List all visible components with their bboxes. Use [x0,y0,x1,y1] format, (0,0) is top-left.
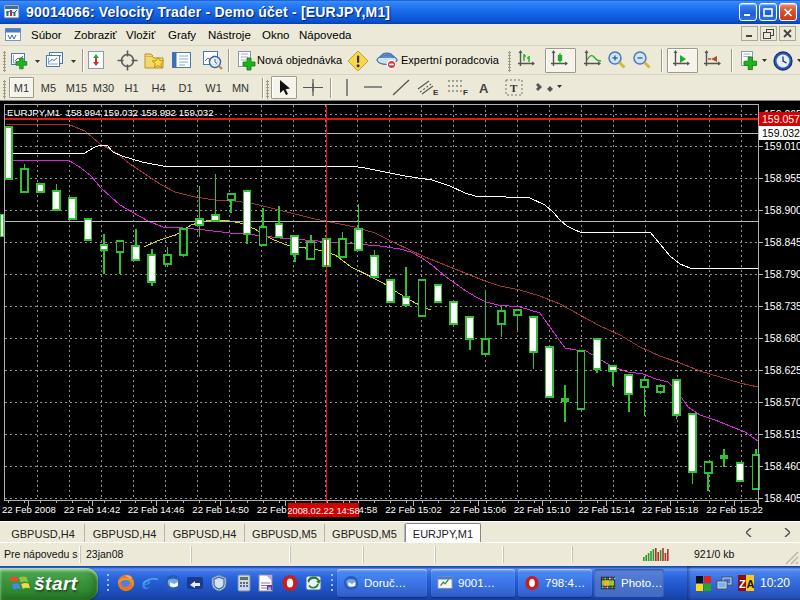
svg-text:159.010: 159.010 [764,140,800,152]
svg-text:158.955: 158.955 [764,172,800,184]
svg-text:22 Feb 14:42: 22 Feb 14:42 [64,504,121,515]
svg-text:22 Feb 14:50: 22 Feb 14:50 [192,504,249,515]
svg-text:22 Feb 2008: 22 Feb 2008 [2,504,56,515]
svg-text:22 Feb 15:06: 22 Feb 15:06 [450,504,507,515]
svg-text:158.570: 158.570 [764,396,800,408]
svg-text:159.032: 159.032 [762,127,800,139]
svg-text:158.735: 158.735 [764,300,800,312]
svg-text:158.845: 158.845 [764,236,800,248]
svg-text:a: a [268,585,271,591]
svg-text:158.900: 158.900 [764,204,800,216]
svg-text:T: T [510,82,518,94]
svg-text:22 Feb 15:10: 22 Feb 15:10 [514,504,571,515]
svg-text:158.460: 158.460 [764,460,800,472]
svg-text:158.405: 158.405 [764,492,800,504]
svg-text:22 Feb 15:14: 22 Feb 15:14 [578,504,635,515]
svg-text:158.625: 158.625 [764,364,800,376]
svg-text:EURJPY,M1 158.994 159.032 158: EURJPY,M1 158.994 159.032 158.992 159.03… [7,107,214,118]
svg-text:158.515: 158.515 [764,428,800,440]
svg-text:22 Feb 15:22: 22 Feb 15:22 [706,504,763,515]
svg-text:158.790: 158.790 [764,268,800,280]
svg-text:2008.02.22 14:58: 2008.02.22 14:58 [287,506,359,516]
svg-text:Z: Z [739,578,746,590]
svg-text:22 Feb 15:18: 22 Feb 15:18 [642,504,699,515]
svg-text:A: A [747,578,754,590]
svg-text:22 Feb 14:46: 22 Feb 14:46 [128,504,185,515]
svg-text:E: E [433,88,439,97]
svg-text:158.680: 158.680 [764,332,800,344]
svg-text:22 Feb 15:02: 22 Feb 15:02 [385,504,442,515]
svg-text:159.057: 159.057 [762,113,800,125]
svg-text:F: F [463,88,468,97]
